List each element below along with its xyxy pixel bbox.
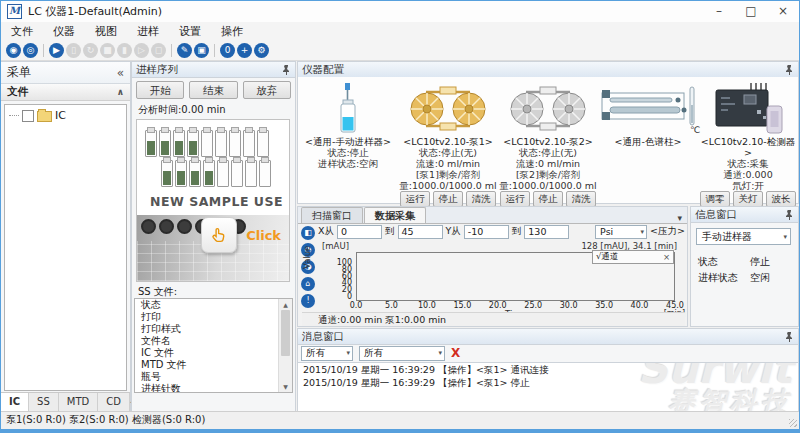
menu-settings[interactable]: 设置 [169, 24, 211, 39]
detector-lamp-off-button[interactable]: 关灯 [733, 191, 763, 207]
pin-icon[interactable] [282, 65, 291, 75]
new-sample-promo[interactable]: NEW SAMPLE USE Click [136, 119, 290, 282]
pin-icon[interactable] [785, 65, 794, 75]
disconnect-icon[interactable]: ◎ [23, 43, 38, 58]
tab-data-acquisition[interactable]: 数据采集 [364, 207, 426, 223]
tab-mtd[interactable]: MTD [59, 393, 98, 411]
split-window-icon[interactable]: ◧ [301, 226, 315, 240]
menu-injection[interactable]: 进样 [127, 24, 169, 39]
sidebar-title: 采单 [7, 64, 31, 81]
pin-icon[interactable] [785, 332, 794, 342]
wavelength-icon[interactable]: + [237, 43, 252, 58]
chevron-down-icon: ▾ [346, 349, 352, 357]
clear-messages-icon[interactable]: X [451, 346, 460, 360]
detector-wavelength-button[interactable]: 波长 [766, 191, 796, 207]
y-from-input[interactable]: -10 [464, 225, 509, 239]
y-to-input[interactable]: 130 [524, 225, 569, 239]
instrument-pump2[interactable]: <LC10tv2.10-泵2> 状态:停止(无) 流速:0 ml/min [泵2… [498, 77, 598, 203]
info-window-panel: 信息窗口 手动进样器 ▾ 状态 停止 进样状态 空闲 [690, 206, 799, 327]
legend-close-icon[interactable]: × [663, 252, 670, 262]
message-row[interactable]: 2015/10/19 星期一 16:39:29 【操作】<泵1> 停止 [298, 376, 798, 389]
sidebar-collapse-icon[interactable]: « [117, 66, 124, 80]
filter-type-select[interactable]: 所有 ▾ [301, 346, 353, 361]
zero-icon[interactable]: 0 [220, 43, 235, 58]
pump1-stop-button[interactable]: 停止 [433, 191, 463, 207]
toolbar-separator [171, 44, 172, 57]
wash-icon[interactable]: ▣ [194, 43, 209, 58]
unit-select[interactable]: Psi ▾ [595, 225, 647, 239]
list-item[interactable]: 状态 [135, 299, 292, 311]
maximize-button[interactable]: □ [735, 1, 767, 22]
instrument-column[interactable]: ℃ <通用-色谱柱> [598, 77, 698, 203]
scroll-up-icon[interactable]: ▲ [283, 301, 288, 308]
step-icon: ▷ [134, 43, 149, 58]
tree-branch-line [9, 115, 19, 116]
tab-cd[interactable]: CD [98, 393, 130, 411]
x-to-input[interactable]: 45 [398, 225, 443, 239]
tab-ss[interactable]: SS [29, 393, 59, 411]
instrument-status: 状态:停止(无) [419, 147, 477, 158]
pin-icon[interactable] [785, 210, 794, 220]
tools-icon[interactable]: ⚙ [254, 43, 269, 58]
section-collapse-icon[interactable]: ∧ [117, 87, 124, 97]
click-button[interactable] [201, 217, 237, 253]
x-from-input[interactable]: 0 [337, 225, 382, 239]
legend-channel[interactable]: √通道 [596, 251, 618, 263]
instrument-manual-injector[interactable]: <通用-手动进样器> 状态:停止 进样状态:空闲 [298, 77, 398, 203]
list-item[interactable]: 打印 [135, 311, 292, 323]
menu-operation[interactable]: 操作 [211, 24, 253, 39]
pump1-run-button[interactable]: 运行 [400, 191, 430, 207]
resize-grip[interactable] [789, 419, 797, 427]
instrument-channel: 通道:0.000 [723, 169, 772, 180]
menu-file[interactable]: 文件 [1, 24, 43, 39]
pump1-purge-button[interactable]: 清洗 [466, 191, 496, 207]
menu-view[interactable]: 视图 [85, 24, 127, 39]
scroll-down-icon[interactable]: ▼ [283, 383, 288, 390]
minimize-button[interactable]: – [703, 1, 735, 22]
analysis-time: 分析时间:0.00 min [138, 103, 226, 117]
y-unit-label: [mAU] [322, 241, 349, 251]
menu-instrument[interactable]: 仪器 [43, 24, 85, 39]
injection-sequence-panel: 进样序列 开始 结束 放弃 分析时间:0.00 min [131, 61, 296, 412]
scroll-thumb[interactable] [281, 310, 290, 356]
start-button[interactable]: 开始 [136, 81, 184, 99]
list-item[interactable]: 文件名 [135, 335, 292, 347]
close-button[interactable]: × [767, 1, 799, 22]
sequence-panel-title: 进样序列 [136, 62, 178, 77]
instrument-detector[interactable]: <LC10tv2.10-检测器> 状态:采集 通道:0.000 氘灯:开 调零 … [698, 77, 798, 203]
info-icon[interactable]: ! [301, 294, 315, 308]
pump2-stop-button[interactable]: 停止 [533, 191, 563, 207]
connect-icon[interactable]: ◉ [6, 43, 21, 58]
list-scrollbar[interactable]: ▲ ▼ [278, 299, 292, 392]
tree-item-checkbox[interactable] [22, 110, 34, 122]
tab-ic[interactable]: IC [1, 393, 29, 411]
instrument-status: 进样状态:空闲 [318, 158, 378, 169]
filter-device-select[interactable]: 所有 ▾ [359, 346, 445, 361]
reset-zoom-icon[interactable]: ⌂ [301, 277, 315, 291]
pump2-run-button[interactable]: 运行 [500, 191, 530, 207]
list-item[interactable]: 打印样式 [135, 323, 292, 335]
chart-tool-strip: ◧ ◔ ◑ ⌂ ! [299, 225, 317, 324]
detector-icon [711, 80, 785, 136]
tree-item-ic[interactable]: IC [5, 105, 126, 122]
list-item[interactable]: 瓶号 [135, 371, 292, 383]
start-run-icon[interactable]: ▶ [49, 43, 64, 58]
detector-zero-button[interactable]: 调零 [700, 191, 730, 207]
end-button[interactable]: 结束 [189, 81, 237, 99]
instrument-flow: 流速:0 ml/min [416, 158, 480, 169]
info-status-label: 状态 [698, 255, 750, 269]
abort-button[interactable]: 放弃 [243, 81, 291, 99]
device-selector[interactable]: 手动进样器 ▾ [696, 228, 791, 245]
message-row[interactable]: 2015/10/19 星期一 16:39:29 【操作】<泵1> 通讯连接 [298, 363, 798, 376]
instrument-pump1[interactable]: <LC10tv2.10-泵1> 状态:停止(无) 流速:0 ml/min [泵1… [398, 77, 498, 203]
message-filters: 所有 ▾ 所有 ▾ X [301, 345, 460, 361]
tab-dropdown-icon[interactable]: ▾ [677, 213, 687, 223]
tab-scan-window[interactable]: 扫描窗口 [301, 207, 363, 223]
pump2-purge-button[interactable]: 清洗 [566, 191, 596, 207]
list-item[interactable]: IC 文件 [135, 347, 292, 359]
edit-method-icon[interactable]: ✎ [177, 43, 192, 58]
menu-bar: 文件 仪器 视图 进样 设置 操作 [1, 22, 799, 40]
acquisition-tab-strip: 扫描窗口 数据采集 ▾ [298, 207, 687, 224]
list-item[interactable]: MTD 文件 [135, 359, 292, 371]
list-item[interactable]: 进样针数 [135, 383, 292, 393]
